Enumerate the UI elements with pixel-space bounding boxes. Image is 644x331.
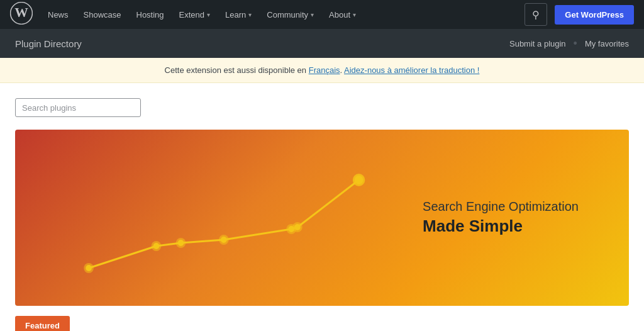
extend-chevron-icon: ▾	[207, 11, 210, 18]
banner-text-before: Cette extension est aussi disponible en	[165, 65, 309, 75]
hero-chart	[15, 130, 384, 306]
svg-point-12	[221, 237, 227, 243]
nav-item-news[interactable]: News	[40, 0, 76, 29]
search-input[interactable]	[16, 99, 134, 116]
nav-item-hosting[interactable]: Hosting	[129, 0, 172, 29]
nav-right: ⚲ Get WordPress	[525, 3, 634, 26]
translation-banner: Cette extension est aussi disponible en …	[0, 58, 644, 83]
about-chevron-icon: ▾	[353, 11, 356, 18]
banner-improve-translation-link[interactable]: Aidez-nous à améliorer la traduction !	[344, 65, 479, 75]
wp-logo[interactable]: W	[10, 2, 40, 27]
search-icon: ⚲	[532, 9, 540, 21]
hero-subtitle: Search Engine Optimization	[423, 199, 579, 214]
community-chevron-icon: ▾	[311, 11, 314, 18]
search-submit-icon: 🔍	[140, 103, 141, 113]
svg-point-11	[178, 240, 184, 246]
plugin-directory-title: Plugin Directory	[15, 38, 82, 49]
hero-banner: Search Engine Optimization Made Simple	[15, 130, 629, 306]
svg-point-15	[355, 176, 364, 184]
svg-point-14	[294, 224, 301, 230]
top-search-button[interactable]: ⚲	[525, 3, 547, 26]
dot-separator: •	[574, 37, 577, 50]
search-area: 🔍	[0, 83, 644, 125]
sub-nav-right: Submit a plugin • My favorites	[509, 37, 629, 50]
get-wordpress-button[interactable]: Get WordPress	[555, 5, 634, 25]
search-submit-button[interactable]: 🔍	[134, 99, 141, 116]
nav-item-about[interactable]: About ▾	[321, 0, 364, 29]
hero-content: Search Engine Optimization Made Simple	[423, 199, 579, 236]
hero-title: Made Simple	[423, 216, 579, 236]
svg-point-13	[288, 226, 294, 232]
svg-text:W: W	[14, 5, 28, 20]
nav-links: News Showcase Hosting Extend ▾ Learn ▾ C…	[40, 0, 525, 29]
sub-navigation: Plugin Directory Submit a plugin • My fa…	[0, 29, 644, 58]
banner-french-link[interactable]: Français	[309, 65, 340, 75]
featured-button[interactable]: Featured	[15, 316, 70, 331]
nav-item-extend[interactable]: Extend ▾	[172, 0, 218, 29]
search-input-wrapper: 🔍	[15, 98, 141, 117]
submit-plugin-link[interactable]: Submit a plugin	[509, 39, 566, 48]
bottom-area: Featured	[0, 306, 644, 331]
learn-chevron-icon: ▾	[248, 11, 252, 18]
svg-point-10	[153, 243, 160, 249]
nav-item-showcase[interactable]: Showcase	[76, 0, 129, 29]
my-favorites-link[interactable]: My favorites	[585, 39, 629, 48]
nav-item-learn[interactable]: Learn ▾	[218, 0, 259, 29]
svg-point-9	[86, 265, 92, 271]
nav-item-community[interactable]: Community ▾	[259, 0, 321, 29]
top-navigation: W News Showcase Hosting Extend ▾ Learn ▾…	[0, 0, 644, 29]
